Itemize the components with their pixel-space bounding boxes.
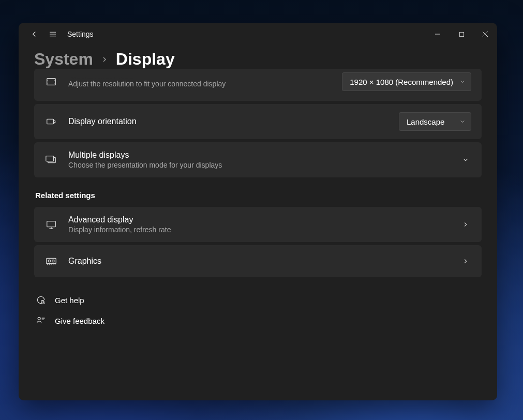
resolution-dropdown[interactable]: 1920 × 1080 (Recommended) xyxy=(342,72,471,91)
svg-rect-0 xyxy=(459,32,464,36)
setting-display-resolution[interactable]: Display resolution Adjust the resolution… xyxy=(34,69,482,101)
setting-subtitle: Adjust the resolution to fit your connec… xyxy=(68,80,332,88)
orientation-icon xyxy=(44,115,58,128)
setting-graphics[interactable]: Graphics xyxy=(34,245,482,277)
graphics-card-icon xyxy=(44,254,58,268)
orientation-dropdown[interactable]: Landscape xyxy=(399,112,471,131)
maximize-icon xyxy=(459,32,465,37)
monitor-icon xyxy=(44,218,58,231)
arrow-left-icon xyxy=(29,29,39,39)
setting-subtitle: Choose the presentation mode for your di… xyxy=(68,161,452,169)
back-button[interactable] xyxy=(25,25,43,43)
svg-point-10 xyxy=(38,317,40,320)
svg-point-8 xyxy=(52,260,54,262)
chevron-down-icon xyxy=(459,79,466,85)
breadcrumb-current: Display xyxy=(116,50,175,69)
svg-rect-4 xyxy=(46,156,54,161)
setting-display-orientation[interactable]: Display orientation Landscape xyxy=(34,104,482,139)
content-area: System Display Display resolution Adjust… xyxy=(19,46,497,400)
link-get-help[interactable]: Get help xyxy=(34,290,482,310)
breadcrumb: System Display xyxy=(34,50,482,69)
setting-title: Advanced display xyxy=(68,215,452,224)
link-label: Give feedback xyxy=(55,317,104,325)
setting-title: Display resolution xyxy=(68,76,332,79)
help-icon xyxy=(35,295,47,305)
app-title: Settings xyxy=(67,30,94,38)
nav-menu-button[interactable] xyxy=(43,25,62,43)
breadcrumb-parent[interactable]: System xyxy=(34,50,93,69)
setting-title: Graphics xyxy=(68,257,452,266)
chevron-down-icon xyxy=(459,118,466,125)
chevron-down-icon xyxy=(462,156,469,163)
multiple-displays-icon xyxy=(44,153,58,167)
minimize-button[interactable] xyxy=(426,26,450,42)
svg-point-7 xyxy=(48,260,50,262)
resolution-icon xyxy=(44,75,58,88)
setting-subtitle: Display information, refresh rate xyxy=(68,226,452,234)
setting-multiple-displays[interactable]: Multiple displays Choose the presentatio… xyxy=(34,142,482,177)
titlebar: Settings xyxy=(19,23,497,46)
minimize-icon xyxy=(435,31,441,37)
link-label: Get help xyxy=(55,296,84,305)
dropdown-value: Landscape xyxy=(407,117,444,126)
chevron-right-icon xyxy=(462,258,469,265)
feedback-icon xyxy=(35,316,47,326)
link-give-feedback[interactable]: Give feedback xyxy=(34,310,482,331)
setting-advanced-display[interactable]: Advanced display Display information, re… xyxy=(34,207,482,242)
close-button[interactable] xyxy=(473,26,497,42)
dropdown-value: 1920 × 1080 (Recommended) xyxy=(350,78,453,86)
close-icon xyxy=(482,31,488,37)
svg-rect-1 xyxy=(47,79,56,85)
hamburger-icon xyxy=(48,29,57,39)
svg-rect-2 xyxy=(47,119,54,124)
section-related-settings: Related settings xyxy=(35,191,482,200)
setting-title: Display orientation xyxy=(68,117,388,126)
chevron-right-icon xyxy=(100,55,109,64)
chevron-right-icon xyxy=(462,221,469,228)
svg-rect-5 xyxy=(47,221,56,227)
setting-title: Multiple displays xyxy=(68,151,452,160)
settings-window: Settings System Display Display resoluti… xyxy=(19,23,497,400)
maximize-button[interactable] xyxy=(450,26,473,42)
